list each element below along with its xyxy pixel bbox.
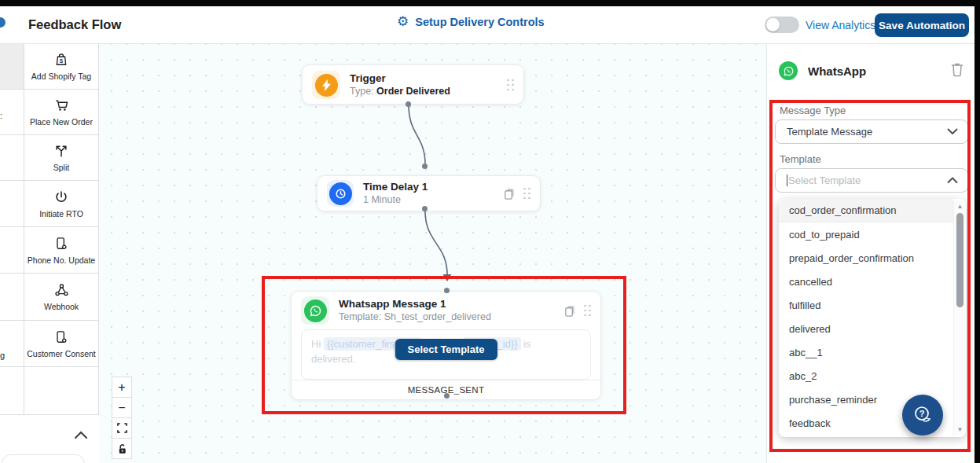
message-type-label: Message Type: [780, 105, 846, 116]
cutoff-text: :: [0, 111, 2, 120]
cutoff-cell: [0, 44, 24, 90]
screen-edge-right: [974, 0, 980, 463]
setup-delivery-controls-link[interactable]: ⚙ Setup Delivery Controls: [397, 15, 545, 28]
panel-title: WhatsApp: [808, 64, 866, 78]
palette-label: Split: [53, 163, 69, 172]
automation-builder-app: Feedback Flow ⚙ Setup Delivery Controls …: [0, 0, 980, 463]
shopify-bag-icon: S: [53, 52, 69, 68]
cutoff-column: : g: [0, 44, 24, 415]
select-template-button[interactable]: Select Template: [395, 339, 497, 360]
flow-connectors: [99, 44, 766, 463]
drag-handle-icon[interactable]: [507, 79, 514, 91]
cutoff-cell: [0, 227, 24, 274]
connector-dot[interactable]: [444, 393, 450, 399]
drag-handle-icon[interactable]: [523, 188, 530, 200]
dropdown-option[interactable]: abc__1: [779, 340, 953, 364]
whatsapp-icon: [304, 299, 327, 322]
message-text: is: [523, 338, 530, 350]
connector-dot[interactable]: [406, 101, 411, 107]
delete-node-button[interactable]: [949, 61, 965, 79]
dropdown-option[interactable]: prepaid_order_confirmation: [779, 246, 953, 270]
duplicate-icon[interactable]: [563, 304, 577, 318]
setup-delivery-controls-label: Setup Delivery Controls: [415, 16, 544, 28]
palette-item-initiate-rto[interactable]: Initiate RTO: [24, 181, 98, 227]
node-subtitle: 1 Minute: [363, 193, 428, 207]
connector-dot[interactable]: [444, 288, 450, 293]
node-subtitle: Template: Sh_test_order_delivered: [339, 311, 491, 324]
node-title: Time Delay 1: [363, 180, 428, 193]
node-palette: S Add Shopify Tag Place New Order Split …: [24, 44, 99, 415]
dropdown-option[interactable]: delivered: [779, 317, 953, 340]
view-analytics-label[interactable]: View Analytics: [806, 19, 875, 31]
zoom-out-button[interactable]: −: [112, 397, 132, 418]
lock-button[interactable]: [112, 438, 132, 459]
trigger-node[interactable]: Trigger Type: Order Delivered: [302, 64, 524, 105]
message-type-select[interactable]: Template Message: [775, 119, 968, 144]
gear-icon: ⚙: [397, 15, 409, 28]
flow-canvas[interactable]: Trigger Type: Order Delivered Time Delay…: [99, 44, 766, 463]
palette-item-customer-consent[interactable]: Customer Consent: [24, 321, 98, 367]
trash-icon: [950, 61, 964, 77]
cutoff-cell: :: [0, 90, 24, 135]
dropdown-option[interactable]: abc_2: [779, 364, 953, 388]
lightning-icon: [315, 74, 338, 97]
dropdown-option[interactable]: cancelled: [779, 270, 953, 293]
dropdown-option[interactable]: fulfilled: [779, 293, 953, 317]
dropdown-option[interactable]: cod_order_confirmation: [779, 199, 953, 222]
canvas-controls: + −: [112, 377, 132, 459]
connector-dot[interactable]: [422, 206, 428, 211]
palette-item-place-new-order[interactable]: Place New Order: [24, 90, 98, 135]
cutoff-cell: [0, 274, 24, 321]
dropdown-scrollbar[interactable]: ▲ ▼: [953, 200, 965, 435]
palette-label: Webhook: [44, 302, 79, 311]
unlock-icon: [117, 443, 127, 454]
scroll-up-arrow-icon[interactable]: ▲: [954, 203, 966, 210]
dropdown-option[interactable]: cod_to_prepaid: [779, 222, 953, 246]
drag-handle-icon[interactable]: [584, 305, 591, 317]
palette-item-split[interactable]: Split: [24, 135, 98, 181]
fit-view-button[interactable]: [112, 417, 132, 439]
toggle-knob: [766, 18, 780, 31]
whatsapp-message-node[interactable]: Whatsapp Message 1 Template: Sh_test_ord…: [291, 291, 601, 400]
collapse-palette-chevron-icon[interactable]: [74, 430, 88, 439]
save-automation-button[interactable]: Save Automation: [875, 13, 969, 37]
bottom-popup-partial: [2, 454, 85, 463]
template-select[interactable]: Select Template: [775, 168, 968, 193]
phone-gear-icon: [53, 236, 69, 252]
cutoff-cell: [0, 367, 24, 415]
palette-item-add-shopify-tag[interactable]: S Add Shopify Tag: [24, 44, 98, 90]
view-analytics-toggle[interactable]: [765, 17, 799, 33]
scroll-down-arrow-icon[interactable]: ▼: [954, 426, 966, 433]
text-cursor: [787, 175, 787, 186]
phone-gear-icon: [53, 329, 69, 345]
edit-icon[interactable]: [0, 17, 6, 28]
palette-item-webhook[interactable]: Webhook: [24, 274, 98, 321]
connector-dot[interactable]: [422, 164, 428, 169]
type-value: Order Delivered: [376, 86, 450, 97]
zoom-in-glyph: +: [118, 380, 125, 395]
zoom-in-button[interactable]: +: [112, 377, 132, 398]
palette-label: Place New Order: [30, 117, 93, 127]
chat-question-icon: ?: [912, 404, 934, 426]
palette-label: Customer Consent: [27, 349, 96, 358]
palette-label: Phone No. Update: [28, 255, 95, 265]
help-chat-button[interactable]: ?: [902, 395, 943, 435]
arrowhead-icon: [443, 274, 452, 281]
cutoff-cell: [0, 181, 24, 227]
palette-label: Add Shopify Tag: [31, 72, 91, 81]
fit-view-icon: [117, 423, 127, 433]
type-label: Type:: [350, 86, 374, 97]
palette-item-phone-no-update[interactable]: Phone No. Update: [24, 227, 98, 274]
scrollbar-thumb[interactable]: [956, 213, 963, 307]
palette-label: Initiate RTO: [39, 209, 83, 219]
template-placeholder: Select Template: [788, 175, 861, 186]
time-delay-node[interactable]: Time Delay 1 1 Minute: [317, 175, 541, 211]
svg-text:S: S: [60, 58, 64, 64]
palette-empty-cell: [24, 367, 98, 415]
message-text: delivered.: [311, 353, 355, 365]
message-text: Hi: [311, 338, 321, 350]
header: Feedback Flow ⚙ Setup Delivery Controls …: [0, 6, 980, 44]
duplicate-icon[interactable]: [503, 187, 516, 200]
whatsapp-config-panel: WhatsApp Message Type Template Message T…: [766, 44, 974, 463]
whatsapp-icon: [779, 61, 798, 80]
